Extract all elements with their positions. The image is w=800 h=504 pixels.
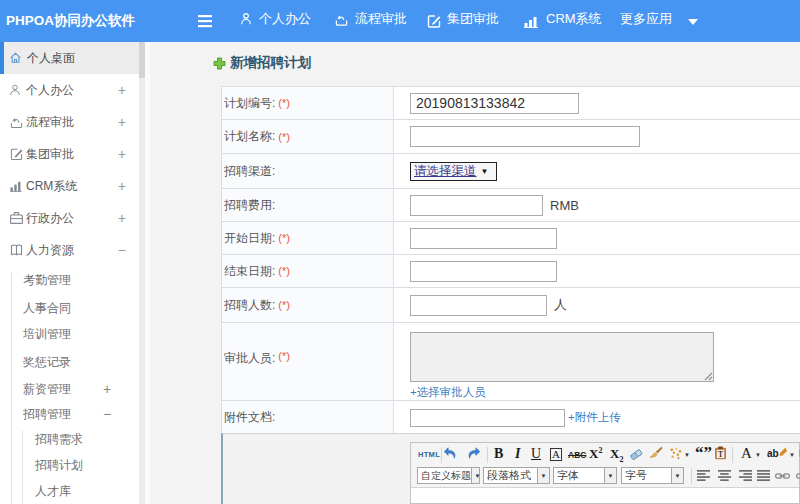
svg-text:T: T [718, 450, 723, 459]
